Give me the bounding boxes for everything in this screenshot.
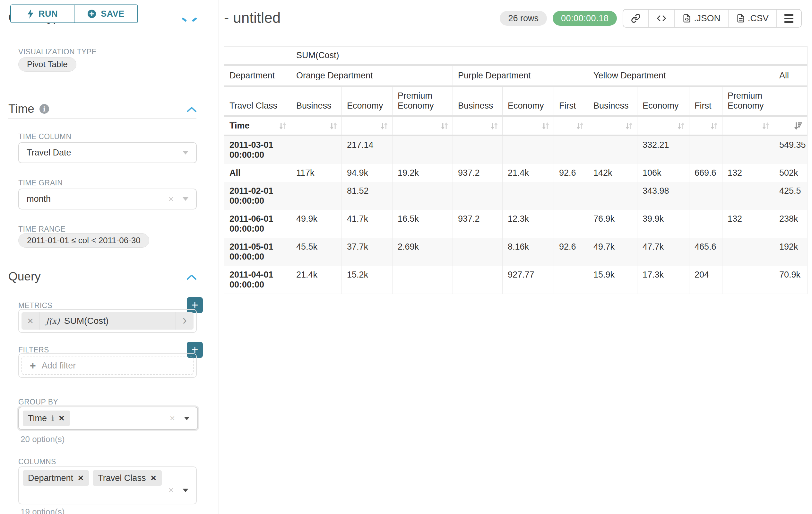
row-header-cell: All (224, 164, 291, 182)
metrics-label: METRICS (18, 301, 52, 310)
value-cell: 937.2 (453, 164, 502, 182)
column-sort-header[interactable] (453, 116, 502, 136)
table-row: 2011-06-01 00:00:0049.9k41.7k16.5k937.21… (224, 210, 808, 238)
table-row: 2011-02-01 00:00:0081.52343.98425.5 (224, 182, 808, 210)
clear-icon[interactable]: × (170, 413, 175, 424)
value-cell (554, 182, 588, 210)
remove-metric-icon[interactable]: ✕ (22, 312, 39, 330)
sort-icon[interactable] (677, 121, 685, 130)
time-grain-select[interactable]: month × (18, 189, 197, 210)
row-header-cell: 2011-04-01 00:00:00 (224, 266, 291, 294)
sort-icon[interactable] (762, 121, 770, 130)
info-icon: i (51, 414, 54, 423)
row-dimension-sort-header[interactable]: Time (224, 116, 291, 136)
value-cell (393, 266, 453, 294)
share-link-button[interactable] (623, 10, 648, 27)
column-sort-header[interactable] (554, 116, 588, 136)
column-subdimension-label: Travel Class (224, 86, 291, 116)
sort-icon[interactable] (542, 121, 550, 130)
sort-icon[interactable] (576, 121, 584, 130)
table-row: 2011-03-01 00:00:00217.14332.21549.35 (224, 136, 808, 164)
value-cell: 21.4k (502, 164, 554, 182)
chevron-right-icon[interactable]: › (176, 312, 194, 330)
link-icon (631, 13, 641, 23)
save-button[interactable]: SAVE (74, 5, 137, 23)
value-cell (554, 266, 588, 294)
value-cell (502, 182, 554, 210)
sort-icon[interactable] (329, 121, 338, 130)
time-section-header: Time i (8, 102, 49, 116)
columns-select[interactable]: Department ✕ Travel Class ✕ × (18, 466, 197, 504)
sort-icon[interactable] (440, 121, 449, 130)
sort-icon[interactable] (710, 121, 718, 130)
chart-type-collapse-icon[interactable] (192, 17, 197, 22)
columns-label: COLUMNS (18, 457, 56, 466)
column-sort-header[interactable] (637, 116, 689, 136)
travel-class-header: Economy (342, 86, 393, 116)
value-cell: 8.16k (502, 238, 554, 266)
table-row: 2011-05-01 00:00:0045.5k37.7k2.69k8.16k9… (224, 238, 808, 266)
clear-icon[interactable]: × (169, 485, 174, 495)
columns-tag: Department ✕ (23, 470, 89, 486)
row-dimension-label: Time (230, 121, 250, 130)
column-sort-header[interactable] (291, 116, 342, 136)
filters-label: FILTERS (18, 346, 49, 354)
column-sort-header[interactable] (588, 116, 637, 136)
column-sort-header[interactable] (689, 116, 722, 136)
chart-type-collapse-icon[interactable] (182, 17, 187, 22)
more-options-button[interactable] (776, 10, 801, 27)
add-filter-placeholder: Add filter (42, 361, 76, 371)
time-range-pill[interactable]: 2011-01-01 ≤ col < 2011-06-30 (18, 233, 149, 248)
metric-pill[interactable]: ✕ ƒ(x) SUM(Cost) › (22, 312, 194, 330)
chevron-down-icon (183, 197, 188, 201)
value-cell (689, 182, 722, 210)
value-cell (453, 238, 502, 266)
value-cell: 502k (774, 164, 808, 182)
row-header-cell: 2011-05-01 00:00:00 (224, 238, 291, 266)
chevron-down-icon (183, 151, 188, 155)
sort-icon[interactable] (625, 121, 633, 130)
run-button[interactable]: RUN (11, 5, 74, 23)
travel-class-header: Economy (502, 86, 554, 116)
visualization-type-pill[interactable]: Pivot Table (18, 57, 77, 72)
group-by-select[interactable]: Time i ✕ × (18, 407, 198, 430)
value-cell: 47.7k (637, 238, 689, 266)
chevron-down-icon (184, 417, 190, 420)
value-cell: 39.9k (637, 210, 689, 238)
value-cell: 132 (722, 164, 774, 182)
sort-icon[interactable] (279, 121, 287, 130)
time-column-select[interactable]: Travel Date (18, 142, 197, 163)
remove-tag-icon[interactable]: ✕ (58, 414, 64, 423)
value-cell: 217.14 (342, 136, 393, 164)
code-icon (656, 13, 667, 23)
sort-descending-icon[interactable] (794, 121, 803, 130)
export-json-button[interactable]: .JSON (674, 10, 728, 27)
row-header-cell: 2011-06-01 00:00:00 (224, 210, 291, 238)
remove-tag-icon[interactable]: ✕ (78, 474, 84, 483)
sort-icon[interactable] (490, 121, 498, 130)
department-group-header: Yellow Department (588, 65, 774, 86)
export-csv-button[interactable]: .CSV (728, 10, 776, 27)
all-column-header: All (774, 65, 808, 86)
query-section-header: Query (8, 270, 41, 283)
value-cell: 343.98 (637, 182, 689, 210)
value-cell: 238k (774, 210, 808, 238)
column-sort-header[interactable] (502, 116, 554, 136)
column-sort-header[interactable] (722, 116, 774, 136)
divider (8, 286, 196, 286)
time-section-collapse-icon[interactable] (186, 106, 197, 113)
value-cell: 49.7k (588, 238, 637, 266)
add-filter-dropzone[interactable]: + Add filter (22, 357, 194, 375)
department-group-header: Orange Department (291, 65, 453, 86)
value-cell (453, 182, 502, 210)
column-sort-header[interactable] (774, 116, 808, 136)
remove-tag-icon[interactable]: ✕ (150, 474, 156, 483)
column-sort-header[interactable] (393, 116, 453, 136)
column-sort-header[interactable] (342, 116, 393, 136)
view-query-button[interactable] (648, 10, 674, 27)
sort-icon[interactable] (380, 121, 388, 130)
clear-icon[interactable]: × (169, 194, 174, 204)
query-section-collapse-icon[interactable] (186, 274, 197, 281)
value-cell: 204 (689, 266, 722, 294)
value-cell: 927.77 (502, 266, 554, 294)
